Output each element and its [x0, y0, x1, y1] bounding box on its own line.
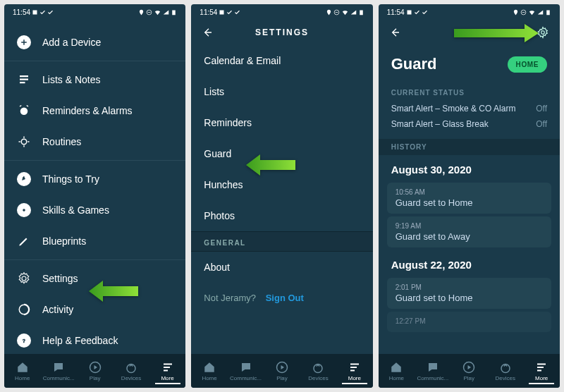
compass-icon [17, 172, 31, 186]
battery-icon [171, 9, 177, 16]
activity-icon [17, 302, 31, 317]
settings-calendar-email[interactable]: Calendar & Email [191, 45, 372, 76]
check-icon [39, 9, 46, 16]
history-event[interactable]: 10:56 AM Guard set to Home [387, 183, 551, 214]
settings-gear-button[interactable] [536, 25, 550, 39]
svg-point-4 [20, 108, 28, 116]
svg-rect-20 [546, 10, 550, 15]
back-button[interactable] [201, 26, 214, 39]
svg-point-7 [19, 305, 29, 314]
status-bar: 11:54 [191, 4, 372, 20]
status-row[interactable]: Smart Alert – Glass Break Off [379, 116, 560, 132]
nav-communicate[interactable]: Communic... [40, 361, 76, 381]
nav-communicate[interactable]: Communic... [415, 361, 450, 381]
dnd-icon [333, 9, 340, 16]
nav-more[interactable]: More [149, 361, 185, 381]
nav-devices[interactable]: Devices [487, 361, 523, 381]
event-time: 9:19 AM [396, 222, 543, 230]
alarm-icon [17, 104, 31, 118]
divider [4, 259, 185, 260]
settings-lists[interactable]: Lists [191, 76, 372, 107]
nav-more[interactable]: More [523, 361, 559, 381]
svg-rect-0 [33, 10, 37, 14]
check-icon [422, 9, 428, 16]
menu-label: Activity [42, 304, 73, 315]
svg-rect-13 [335, 12, 338, 13]
signal-icon [537, 9, 544, 16]
dnd-icon [146, 9, 152, 16]
menu-label: Skills & Games [42, 204, 109, 216]
current-status-label: CURRENT STATUS [379, 79, 560, 101]
nav-more[interactable]: More [336, 361, 372, 381]
status-bar: 11:54 [379, 4, 560, 20]
history-date: August 22, 2020 [379, 250, 560, 275]
status-name: Smart Alert – Smoke & CO Alarm [391, 104, 516, 114]
nav-play[interactable]: Play [451, 361, 487, 381]
history-event[interactable]: 12:27 PM [387, 312, 551, 332]
nav-home[interactable]: Home [379, 361, 415, 381]
svg-rect-3 [173, 10, 176, 15]
wifi-icon [154, 8, 161, 16]
phone-screen-settings: 11:54 SETTINGS Calendar & Email Lists Re… [191, 4, 372, 388]
event-desc: Guard set to Away [396, 231, 543, 242]
phone-screen-more-menu: 11:54 Add a Device Lists & Notes Reminde… [4, 4, 185, 388]
location-icon [326, 9, 332, 16]
menu-settings[interactable]: Settings [4, 263, 185, 294]
check-icon [234, 9, 240, 16]
location-icon [138, 9, 145, 16]
settings-photos[interactable]: Photos [191, 200, 372, 231]
more-menu-content: Add a Device Lists & Notes Reminders & A… [4, 20, 185, 354]
guard-header: Guard HOME [379, 45, 560, 79]
event-desc: Guard set to Home [396, 293, 543, 303]
menu-label: Lists & Notes [42, 74, 100, 85]
nav-play[interactable]: Play [264, 361, 300, 381]
status-value: Off [536, 119, 547, 129]
location-icon [513, 9, 519, 16]
menu-help-feedback[interactable]: ? Help & Feedback [4, 325, 185, 354]
svg-point-21 [541, 31, 545, 35]
menu-label: Reminders & Alarms [42, 105, 133, 116]
event-time: 2:01 PM [396, 283, 543, 291]
settings-reminders[interactable]: Reminders [191, 107, 372, 138]
check-icon [414, 9, 420, 16]
notif-icon [406, 9, 412, 16]
menu-skills-games[interactable]: Skills & Games [4, 195, 185, 226]
nav-play[interactable]: Play [77, 361, 113, 381]
menu-label: Routines [42, 136, 81, 147]
history-event[interactable]: 9:19 AM Guard set to Away [387, 216, 551, 247]
menu-routines[interactable]: Routines [4, 126, 185, 157]
menu-lists-notes[interactable]: Lists & Notes [4, 64, 185, 95]
svg-rect-17 [407, 10, 411, 14]
history-event[interactable]: 2:01 PM Guard set to Home [387, 278, 551, 309]
status-time: 11:54 [387, 8, 405, 16]
signout-link[interactable]: Sign Out [266, 293, 304, 303]
header-title: SETTINGS [191, 27, 372, 37]
menu-activity[interactable]: Activity [4, 294, 185, 325]
nav-devices[interactable]: Devices [300, 361, 336, 381]
settings-hunches[interactable]: Hunches [191, 169, 372, 200]
status-row[interactable]: Smart Alert – Smoke & CO Alarm Off [379, 101, 560, 116]
question-icon: ? [17, 333, 31, 348]
menu-blueprints[interactable]: Blueprints [4, 226, 185, 257]
settings-guard[interactable]: Guard [191, 138, 372, 169]
menu-reminders-alarms[interactable]: Reminders & Alarms [4, 95, 185, 126]
nav-devices[interactable]: Devices [113, 361, 149, 381]
back-button[interactable] [388, 26, 401, 39]
nav-home[interactable]: Home [4, 361, 40, 381]
wifi-icon [528, 8, 536, 16]
menu-add-device[interactable]: Add a Device [4, 27, 185, 58]
settings-about[interactable]: About [191, 252, 372, 283]
wifi-icon [341, 8, 349, 16]
event-time: 12:27 PM [396, 317, 543, 325]
signout-row: Not Jeramy? Sign Out [191, 283, 372, 313]
notif-icon [32, 9, 38, 16]
skills-icon [17, 203, 31, 217]
menu-things-to-try[interactable]: Things to Try [4, 164, 185, 195]
nav-communicate[interactable]: Communic... [228, 361, 264, 381]
status-bar: 11:54 [4, 4, 185, 20]
nav-home[interactable]: Home [191, 361, 227, 381]
event-desc: Guard set to Home [396, 197, 543, 208]
guard-mode-pill[interactable]: HOME [508, 56, 547, 73]
status-time: 11:54 [200, 8, 217, 16]
signal-icon [350, 9, 357, 16]
